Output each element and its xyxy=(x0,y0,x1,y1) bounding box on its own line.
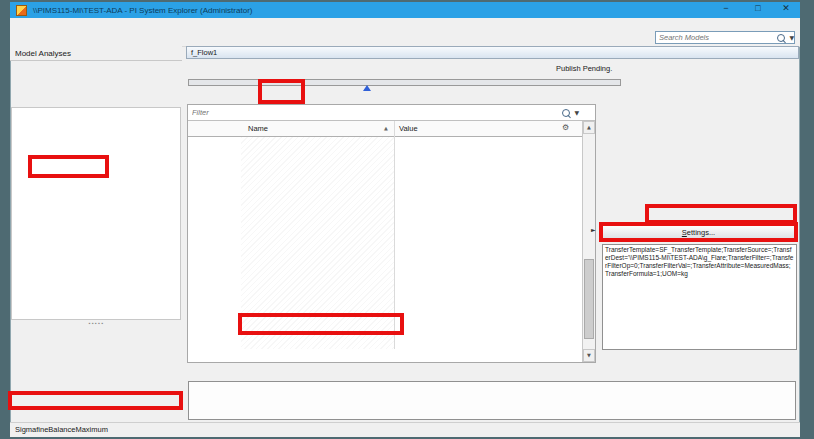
publish-pending-status: Publish Pending. xyxy=(556,64,612,73)
settings-button[interactable]: Settings... xyxy=(602,225,795,239)
case-progress-bar xyxy=(188,79,621,86)
title-bar[interactable]: \\PIMS115-MI\TEST-ADA - PI System Explor… xyxy=(10,2,800,18)
search-box[interactable]: ▼ xyxy=(655,31,795,44)
sort-ascending-icon[interactable]: ▲ xyxy=(384,125,388,131)
search-dropdown-icon[interactable]: ▼ xyxy=(789,34,794,41)
scroll-down-icon[interactable]: ▼ xyxy=(583,349,595,362)
grid-scrollbar[interactable]: ▲ ▼ xyxy=(582,121,595,362)
panel-splitter[interactable]: ▪ ▪ ▪ ▪ ▪ xyxy=(11,320,181,326)
progress-marker-icon xyxy=(363,85,371,91)
maximize-button[interactable]: □ xyxy=(746,2,770,15)
app-icon xyxy=(16,5,27,16)
document-tab-title[interactable]: f_Flow1 xyxy=(186,46,799,59)
group-by-row xyxy=(598,92,796,104)
search-input[interactable] xyxy=(656,33,777,42)
grid-settings-gear-icon[interactable]: ⚙ xyxy=(562,123,569,132)
panel-collapse-icon[interactable]: ► xyxy=(591,226,596,233)
filter-search-icon xyxy=(562,109,570,117)
minimize-button[interactable]: − xyxy=(714,2,738,15)
close-button[interactable]: ✕ xyxy=(774,2,798,15)
model-tree xyxy=(11,107,181,320)
attributes-grid: ▼ Name ▲ Value ⚙ ▲ ▼ xyxy=(187,104,596,363)
window-title: \\PIMS115-MI\TEST-ADA - PI System Explor… xyxy=(33,6,252,15)
case-runner-output[interactable] xyxy=(188,381,796,420)
filter-dropdown-icon[interactable]: ▼ xyxy=(574,109,579,116)
scrollbar-thumb[interactable] xyxy=(584,259,594,339)
grid-header: Name ▲ Value ⚙ xyxy=(188,121,582,137)
search-icon xyxy=(777,34,785,42)
column-value[interactable]: Value xyxy=(399,124,418,133)
data-reference-config[interactable]: TransferTemplate=SF_TransferTemplate;Tra… xyxy=(602,244,797,350)
scroll-up-icon[interactable]: ▲ xyxy=(583,121,595,134)
filter-row: ▼ xyxy=(188,105,595,121)
desktop: \\PIMS115-MI\TEST-ADA - PI System Explor… xyxy=(0,0,814,439)
filter-input[interactable] xyxy=(188,107,562,118)
menu-bar xyxy=(10,18,800,31)
status-bar: SigmafineBalanceMaximum xyxy=(10,422,800,437)
model-analyses-panel-header: Model Analyses xyxy=(10,46,182,61)
column-name[interactable]: Name xyxy=(248,124,268,133)
